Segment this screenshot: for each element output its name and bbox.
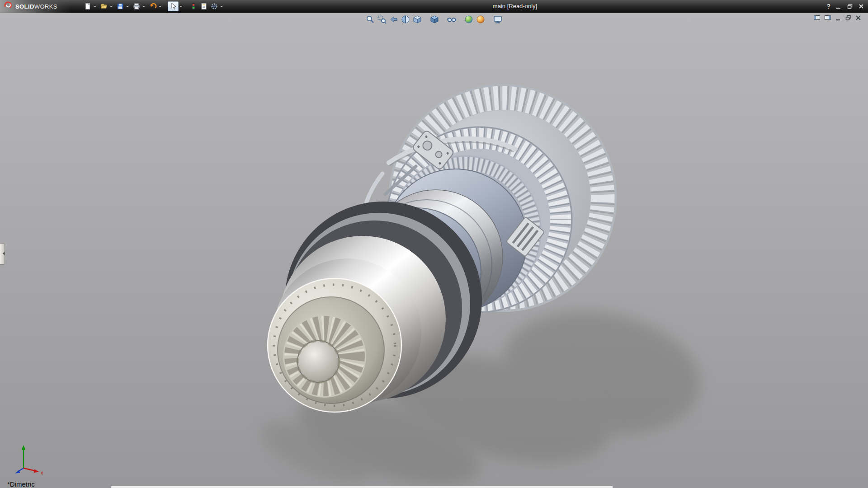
- select-dropdown[interactable]: [179, 6, 182, 9]
- options-dropdown[interactable]: [220, 6, 223, 9]
- display-style-button[interactable]: [429, 14, 440, 25]
- window-controls: ?: [826, 0, 864, 13]
- options-button[interactable]: [209, 2, 219, 11]
- solidworks-logo-icon: [4, 1, 13, 12]
- cursor-arrow-icon: [169, 2, 177, 10]
- open-dropdown[interactable]: [110, 6, 113, 9]
- zoom-to-fit-button[interactable]: [365, 14, 376, 25]
- panel-right-icon[interactable]: [824, 14, 832, 21]
- 3d-viewport[interactable]: [0, 0, 868, 488]
- headsup-view-toolbar: [364, 14, 504, 25]
- undo-button[interactable]: [148, 2, 158, 11]
- gear-icon: [210, 2, 218, 10]
- view-settings-button[interactable]: [492, 14, 503, 25]
- section-sphere-icon: [401, 14, 410, 24]
- view-orientation-label: *Dimetric: [7, 480, 35, 488]
- section-view-button[interactable]: [400, 14, 411, 25]
- brand-text-bold: SOLID: [15, 3, 34, 10]
- magnifier-area-icon: [377, 14, 387, 24]
- edit-appearance-button[interactable]: [463, 14, 474, 25]
- minimize-document-button[interactable]: [835, 14, 842, 21]
- eyeglasses-icon: [447, 14, 457, 24]
- printer-icon: [132, 2, 141, 10]
- hide-show-items-button[interactable]: [446, 14, 457, 25]
- traffic-light-icon: [189, 2, 198, 10]
- restore-button[interactable]: [847, 3, 853, 9]
- standard-toolbar: [83, 1, 226, 11]
- back-arrow-icon: [389, 14, 399, 24]
- brand-text-light: WORKS: [34, 3, 57, 10]
- rebuild-button[interactable]: [189, 2, 198, 11]
- undo-dropdown[interactable]: [159, 6, 161, 9]
- undo-arrow-icon: [149, 2, 157, 10]
- bottom-edge-strip: [111, 486, 613, 488]
- floppy-disk-icon: [116, 2, 124, 10]
- print-button[interactable]: [132, 2, 142, 11]
- new-document-button[interactable]: [83, 2, 93, 11]
- document-window-controls: [813, 14, 862, 21]
- new-document-dropdown[interactable]: [94, 6, 96, 9]
- help-button[interactable]: ?: [826, 3, 830, 10]
- solidworks-window: SOLIDWORKS: [0, 0, 868, 488]
- magnifier-icon: [365, 14, 375, 24]
- orange-ball-icon: [476, 14, 486, 24]
- cube-icon: [412, 14, 422, 24]
- document-title: main [Read-only]: [493, 0, 537, 13]
- brand-text: SOLIDWORKS: [15, 3, 57, 10]
- select-button[interactable]: [168, 1, 179, 11]
- y-axis-arrow: [22, 445, 26, 450]
- blank-page-icon: [84, 2, 92, 10]
- titlebar: SOLIDWORKS: [0, 0, 868, 13]
- save-button[interactable]: [115, 2, 125, 11]
- x-axis-label: x: [41, 470, 43, 475]
- file-properties-button[interactable]: [199, 2, 209, 11]
- previous-view-button[interactable]: [388, 14, 399, 25]
- green-ball-icon: [464, 14, 474, 24]
- close-document-button[interactable]: [855, 14, 862, 21]
- close-button[interactable]: [858, 3, 864, 9]
- open-button[interactable]: [99, 2, 109, 11]
- print-dropdown[interactable]: [142, 6, 145, 9]
- x-axis-arrow: [34, 469, 39, 473]
- solidworks-brand: SOLIDWORKS: [0, 0, 71, 13]
- shaded-cube-icon: [429, 14, 439, 24]
- featuremanager-collapsed-tab[interactable]: [0, 243, 5, 265]
- document-properties-icon: [200, 2, 208, 10]
- view-orientation-button[interactable]: [412, 14, 423, 25]
- zoom-to-area-button[interactable]: [377, 14, 387, 25]
- minimize-button[interactable]: [835, 3, 842, 9]
- restore-document-button[interactable]: [845, 14, 852, 21]
- save-dropdown[interactable]: [126, 6, 129, 9]
- folder-icon: [100, 2, 108, 10]
- orientation-triad[interactable]: x: [10, 443, 48, 475]
- monitor-icon: [493, 14, 503, 24]
- apply-scene-button[interactable]: [475, 14, 486, 25]
- panel-left-icon[interactable]: [813, 14, 821, 21]
